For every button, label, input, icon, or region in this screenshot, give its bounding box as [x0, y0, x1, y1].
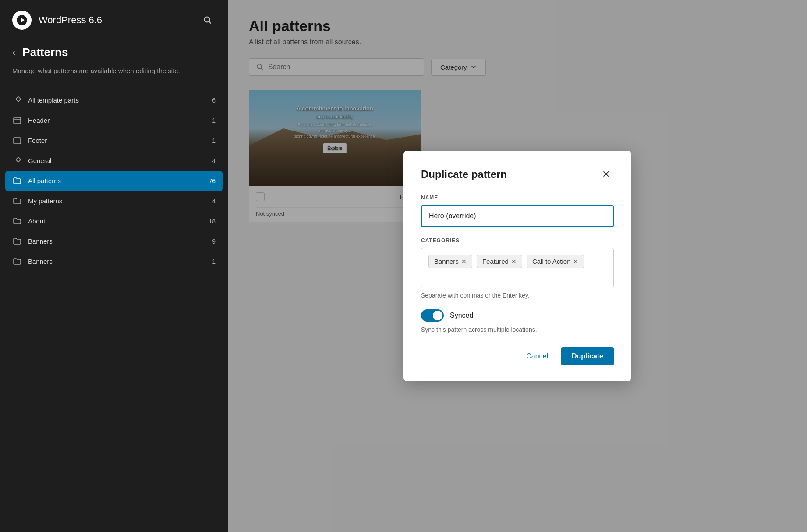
synced-toggle[interactable]	[421, 309, 444, 322]
wp-logo	[12, 11, 32, 30]
wp-version-label: WordPress 6.6	[39, 14, 193, 26]
sidebar-nav: All template parts 6 Header 1 Footer	[0, 87, 228, 275]
duplicate-button[interactable]: Duplicate	[561, 347, 614, 365]
categories-hint: Separate with commas or the Enter key.	[421, 292, 614, 299]
nav-item-count: 1	[212, 258, 216, 265]
nav-item-count: 6	[212, 97, 216, 104]
sidebar-item-footer[interactable]: Footer 1	[0, 131, 228, 151]
back-nav: ‹ Patterns	[0, 37, 228, 63]
sidebar-item-banners2[interactable]: Banners 1	[0, 252, 228, 272]
sidebar-item-all-template-parts[interactable]: All template parts 6	[0, 90, 228, 110]
close-button[interactable]: ✕	[598, 167, 614, 182]
sidebar: WordPress 6.6 ‹ Patterns Manage what pat…	[0, 0, 228, 532]
sidebar-description: Manage what patterns are available when …	[0, 63, 228, 87]
nav-item-count: 76	[209, 177, 216, 184]
footer-icon	[12, 136, 22, 145]
svg-rect-7	[16, 157, 21, 162]
category-tag-banners: Banners ✕	[428, 255, 472, 268]
folder-icon	[12, 176, 22, 186]
toggle-thumb	[433, 311, 442, 320]
main-content: All patterns A list of all patterns from…	[228, 0, 807, 532]
nav-item-label: All template parts	[28, 96, 79, 104]
sidebar-item-all-patterns[interactable]: All patterns 76	[5, 171, 223, 191]
nav-item-label: About	[28, 217, 45, 225]
categories-label: CATEGORIES	[421, 238, 614, 244]
nav-item-label: All patterns	[28, 177, 61, 184]
sidebar-item-header[interactable]: Header 1	[0, 110, 228, 131]
duplicate-pattern-dialog: Duplicate pattern ✕ NAME CATEGORIES Bann…	[404, 151, 631, 381]
synced-label: Synced	[450, 312, 473, 319]
nav-item-label: Banners	[28, 258, 53, 265]
nav-item-count: 9	[212, 238, 216, 245]
nav-item-label: My patterns	[28, 197, 62, 205]
svg-rect-5	[14, 138, 21, 144]
synced-row: Synced	[421, 309, 614, 322]
remove-call-to-action-button[interactable]: ✕	[573, 259, 578, 265]
name-label: NAME	[421, 195, 614, 201]
nav-item-count: 1	[212, 137, 216, 144]
sidebar-item-banners[interactable]: Banners 9	[0, 231, 228, 252]
nav-item-label: Footer	[28, 137, 47, 144]
category-tag-call-to-action: Call to Action ✕	[527, 255, 584, 268]
dialog-title: Duplicate pattern	[421, 168, 507, 181]
category-tag-label: Banners	[434, 258, 459, 265]
nav-item-label: Banners	[28, 238, 53, 245]
sidebar-header: WordPress 6.6	[0, 0, 228, 37]
nav-item-count: 4	[212, 157, 216, 164]
folder-icon	[12, 196, 22, 206]
nav-item-count: 1	[212, 117, 216, 124]
header-icon	[12, 116, 22, 125]
categories-box[interactable]: Banners ✕ Featured ✕ Call to Action ✕	[421, 248, 614, 287]
toggle-track	[421, 309, 444, 322]
search-icon[interactable]	[200, 12, 216, 28]
sidebar-item-about[interactable]: About 18	[0, 211, 228, 231]
dialog-header: Duplicate pattern ✕	[421, 167, 614, 182]
category-tag-label: Call to Action	[532, 258, 571, 265]
synced-description: Sync this pattern across multiple locati…	[421, 326, 614, 333]
cancel-button[interactable]: Cancel	[519, 348, 555, 365]
folder-icon	[12, 257, 22, 266]
sidebar-section-title: Patterns	[22, 46, 68, 59]
nav-item-count: 4	[212, 198, 216, 205]
sidebar-item-my-patterns[interactable]: My patterns 4	[0, 191, 228, 211]
nav-item-label: General	[28, 157, 51, 164]
modal-overlay: Duplicate pattern ✕ NAME CATEGORIES Bann…	[228, 0, 807, 532]
remove-banners-button[interactable]: ✕	[461, 259, 467, 265]
folder-icon	[12, 216, 22, 226]
svg-rect-3	[14, 117, 21, 124]
remove-featured-button[interactable]: ✕	[511, 259, 517, 265]
folder-icon	[12, 237, 22, 246]
diamond-icon	[12, 156, 22, 166]
svg-rect-2	[16, 96, 21, 101]
nav-item-label: Header	[28, 117, 50, 124]
dialog-actions: Cancel Duplicate	[421, 347, 614, 365]
category-tag-featured: Featured ✕	[477, 255, 522, 268]
back-arrow-icon[interactable]: ‹	[12, 47, 15, 58]
sidebar-item-general[interactable]: General 4	[0, 151, 228, 171]
diamond-icon	[12, 96, 22, 105]
nav-item-count: 18	[209, 218, 216, 225]
pattern-name-input[interactable]	[421, 205, 614, 227]
category-tag-label: Featured	[482, 258, 509, 265]
